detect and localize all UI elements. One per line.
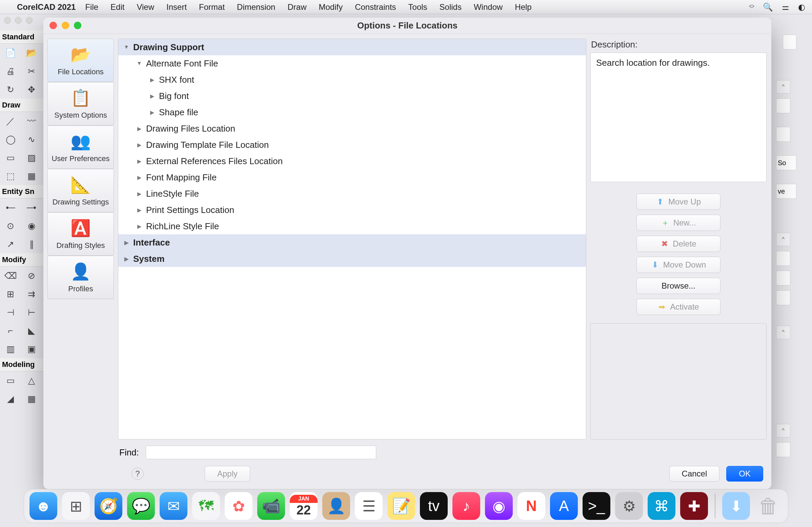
spotlight-icon[interactable]: 🔍 bbox=[763, 2, 773, 12]
category-file-locations[interactable]: 📂 File Locations bbox=[47, 39, 114, 82]
dock-terminal[interactable]: >_ bbox=[583, 492, 610, 520]
chevron-right-icon[interactable]: ▶ bbox=[147, 109, 157, 116]
spline-icon[interactable]: ∿ bbox=[26, 133, 37, 145]
cone-icon[interactable]: △ bbox=[26, 375, 37, 386]
close-icon[interactable] bbox=[49, 22, 57, 29]
dock-corelcad[interactable]: ✚ bbox=[680, 492, 708, 520]
polyline-icon[interactable]: 〰 bbox=[26, 115, 37, 127]
chevron-down-icon[interactable]: ▼ bbox=[122, 44, 131, 50]
dock-settings[interactable]: ⚙ bbox=[615, 492, 643, 520]
offset-icon[interactable]: ⇉ bbox=[26, 288, 37, 300]
menu-format[interactable]: Format bbox=[199, 2, 225, 12]
category-drawing-settings[interactable]: 📐 Drawing Settings bbox=[47, 169, 114, 212]
dock-appstore[interactable]: A bbox=[550, 492, 578, 520]
category-profiles[interactable]: 👤 Profiles bbox=[47, 256, 114, 299]
dock-messages[interactable]: 💬 bbox=[127, 492, 155, 520]
trim-icon[interactable]: ⊣ bbox=[5, 307, 16, 318]
tree-row[interactable]: ▼Drawing Support bbox=[118, 39, 586, 55]
array-icon[interactable]: ⊞ bbox=[5, 288, 16, 300]
minimize-icon[interactable] bbox=[62, 22, 69, 29]
tree-row[interactable]: ▶Font Mapping File bbox=[118, 169, 586, 185]
tree-row[interactable]: ▶RichLine Style File bbox=[118, 218, 586, 234]
chevron-right-icon[interactable]: ▶ bbox=[147, 77, 157, 83]
dock-music[interactable]: ♪ bbox=[452, 492, 480, 520]
menu-view[interactable]: View bbox=[136, 2, 154, 12]
dock-mail[interactable]: ✉ bbox=[160, 492, 187, 520]
align-icon[interactable]: ▥ bbox=[5, 343, 16, 355]
tree-row[interactable]: ▶SHX font bbox=[118, 72, 586, 88]
menu-insert[interactable]: Insert bbox=[166, 2, 187, 12]
line-icon[interactable]: ／ bbox=[5, 115, 16, 127]
dock-calendar[interactable]: JAN 22 bbox=[290, 492, 318, 520]
menu-modify[interactable]: Modify bbox=[319, 2, 343, 12]
chevron-right-icon[interactable]: ▶ bbox=[134, 190, 144, 197]
box-icon[interactable]: ▭ bbox=[5, 375, 16, 386]
dock-podcasts[interactable]: ◉ bbox=[485, 492, 513, 520]
cancel-button[interactable]: Cancel bbox=[669, 466, 720, 482]
find-input[interactable] bbox=[146, 446, 376, 459]
dock-trash[interactable]: 🗑 bbox=[755, 492, 783, 520]
snap-center-icon[interactable]: ⊙ bbox=[5, 220, 16, 232]
extend-icon[interactable]: ⊢ bbox=[26, 307, 37, 318]
zoom-icon[interactable] bbox=[74, 22, 81, 29]
menu-constraints[interactable]: Constraints bbox=[355, 2, 396, 12]
tree-row[interactable]: ▶Big font bbox=[118, 88, 586, 104]
wedge-icon[interactable]: ◢ bbox=[5, 393, 16, 404]
dock-contacts[interactable]: 👤 bbox=[322, 492, 350, 520]
dock-launchpad[interactable]: ⊞ bbox=[62, 492, 90, 520]
menu-dimension[interactable]: Dimension bbox=[237, 2, 275, 12]
menu-edit[interactable]: Edit bbox=[111, 2, 125, 12]
ok-button[interactable]: OK bbox=[726, 466, 763, 482]
new-doc-icon[interactable]: 📄 bbox=[5, 47, 16, 59]
snap-nearest-icon[interactable]: ↗ bbox=[5, 238, 16, 250]
delete-dup-icon[interactable]: ⊘ bbox=[26, 270, 37, 282]
dock-tv[interactable]: tv bbox=[420, 492, 448, 520]
tree-row[interactable]: ▶Drawing Files Location bbox=[118, 120, 586, 137]
menu-draw[interactable]: Draw bbox=[287, 2, 306, 12]
chevron-right-icon[interactable]: ▶ bbox=[134, 142, 144, 148]
move-down-button[interactable]: ⬇ Move Down bbox=[636, 257, 721, 273]
print-icon[interactable]: 🖨 bbox=[5, 66, 16, 77]
chevron-right-icon[interactable]: ▶ bbox=[134, 223, 144, 230]
menu-help[interactable]: Help bbox=[515, 2, 532, 12]
chevron-right-icon[interactable]: ▶ bbox=[134, 158, 144, 165]
snap-endpoint-icon[interactable]: •─ bbox=[5, 202, 16, 213]
tree-row[interactable]: ▶Shape file bbox=[118, 104, 586, 120]
fillet-icon[interactable]: ⌐ bbox=[5, 325, 16, 337]
region-icon[interactable]: ⬚ bbox=[5, 170, 16, 182]
cut-icon[interactable]: ✂ bbox=[26, 66, 37, 77]
file-locations-tree[interactable]: ▼Drawing Support▼Alternate Font File▶SHX… bbox=[118, 39, 586, 440]
chevron-right-icon[interactable]: ▶ bbox=[134, 207, 144, 213]
chevron-right-icon[interactable]: ▶ bbox=[147, 93, 157, 99]
tree-row[interactable]: ▶Drawing Template File Location bbox=[118, 137, 586, 153]
chevron-right-icon[interactable]: ▶ bbox=[122, 239, 131, 246]
category-system-options[interactable]: 📋 System Options bbox=[47, 82, 114, 126]
open-folder-icon[interactable]: 📂 bbox=[26, 47, 37, 59]
snap-node-icon[interactable]: ◉ bbox=[26, 220, 37, 232]
chamfer-icon[interactable]: ◣ bbox=[26, 325, 37, 337]
apply-button[interactable]: Apply bbox=[205, 466, 250, 482]
menu-solids[interactable]: Solids bbox=[439, 2, 462, 12]
boundary-icon[interactable]: ▦ bbox=[26, 170, 37, 182]
help-button[interactable]: ? bbox=[131, 468, 144, 480]
snap-midpoint-icon[interactable]: ─• bbox=[26, 202, 37, 213]
menu-file[interactable]: File bbox=[85, 2, 98, 12]
dock-finder[interactable]: ☻ bbox=[29, 492, 57, 520]
chevron-right-icon[interactable]: ▶ bbox=[134, 126, 144, 132]
siri-icon[interactable]: ◐ bbox=[798, 2, 805, 12]
mesh-icon[interactable]: ▦ bbox=[26, 393, 37, 404]
pan-icon[interactable]: ✥ bbox=[26, 84, 37, 95]
redo-icon[interactable]: ↻ bbox=[5, 84, 16, 95]
dock-facetime[interactable]: 📹 bbox=[257, 492, 285, 520]
category-user-preferences[interactable]: 👥 User Preferences bbox=[47, 126, 114, 169]
chevron-right-icon[interactable]: ▶ bbox=[134, 174, 144, 181]
tree-row[interactable]: ▶Interface bbox=[118, 234, 586, 251]
snap-parallel-icon[interactable]: ∥ bbox=[26, 238, 37, 250]
dock-downloads[interactable]: ⬇ bbox=[722, 492, 750, 520]
move-up-button[interactable]: ⬆ Move Up bbox=[636, 194, 721, 210]
tree-row[interactable]: ▶Print Settings Location bbox=[118, 202, 586, 218]
dock-safari[interactable]: 🧭 bbox=[95, 492, 122, 520]
category-drafting-styles[interactable]: 🅰️ Drafting Styles bbox=[47, 212, 114, 256]
tree-row[interactable]: ▶External References Files Location bbox=[118, 153, 586, 169]
chevron-down-icon[interactable]: ▼ bbox=[134, 60, 144, 67]
